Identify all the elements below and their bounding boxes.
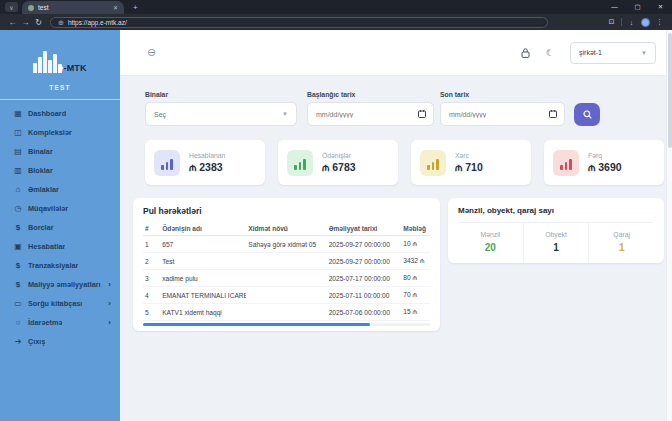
sidebar-divider <box>0 99 120 100</box>
sidebar-item-label: Əmlaklar <box>28 185 59 194</box>
sidebar-item-label: Borclar <box>28 223 54 232</box>
profile-avatar[interactable] <box>641 18 650 27</box>
window-close-button[interactable]: ✕ <box>649 0 672 14</box>
table-cell: 2025-07-11 00:00:00 <box>327 287 402 304</box>
browser-toolbar: ← → ↻ ⊕ https://app.e-mtk.az/ ⊡ ↓ ⋮ <box>0 14 672 30</box>
tab-favicon <box>28 5 34 11</box>
sidebar-item-bloklar[interactable]: ▥Bloklar <box>0 161 120 180</box>
sidebar-item-label: Dashboard <box>28 109 66 118</box>
start-date-input[interactable] <box>316 103 425 125</box>
table-cell: EMANAT TERMINALI ICARE <box>160 287 246 304</box>
calendar-icon[interactable] <box>549 110 557 119</box>
reference-book-icon: ▭ <box>12 299 24 308</box>
reload-button[interactable]: ↻ <box>32 18 45 27</box>
table-cell: 15 ₼ <box>401 304 430 321</box>
tab-search-button[interactable]: ∨ <box>5 2 18 12</box>
end-date-input[interactable] <box>449 103 556 125</box>
stat-card-ferq: Fərq₼ 3690 <box>544 140 664 185</box>
sidebar-item-dashboard[interactable]: ▦Dashboard <box>0 104 120 123</box>
table-cell: 2025-07-17 00:00:00 <box>327 270 402 287</box>
stat-card-xerc: Xərc₼ 710 <box>411 140 531 185</box>
transaction-dollar-icon: $ <box>12 261 24 270</box>
table-row: 5KATV1 xidemt haqqi2025-07-06 00:00:0015… <box>143 304 430 321</box>
site-info-icon[interactable]: ⊕ <box>58 19 64 26</box>
table-cell: 2025-09-27 00:00:00 <box>327 236 402 253</box>
search-button[interactable] <box>574 103 600 126</box>
sidebar-item-borclar[interactable]: $Borclar <box>0 218 120 237</box>
bar-chart-icon <box>154 150 180 176</box>
summary-value: 1 <box>524 242 589 253</box>
table-horizontal-scrollbar <box>143 323 430 326</box>
sidebar-collapse-icon[interactable]: ⊖ <box>147 46 156 59</box>
table-cell: 70 ₼ <box>401 287 430 304</box>
topbar-actions: ☾ şirkət-1 ▼ <box>521 42 656 64</box>
summary-item-obyekt: Obyekt1 <box>524 223 590 263</box>
browser-window: ∨ test ✕ + — ▢ ✕ ← → ↻ ⊕ https://app.e-m… <box>0 0 672 421</box>
scrollbar-thumb[interactable] <box>143 323 370 326</box>
chevron-down-icon: ▼ <box>641 50 647 56</box>
dashboard-grid-icon: ▦ <box>12 109 24 118</box>
stat-value: ₼ 3690 <box>588 161 622 174</box>
table-row: 4EMANAT TERMINALI ICARE2025-07-11 00:00:… <box>143 287 430 304</box>
window-maximize-button[interactable]: ▢ <box>626 0 649 14</box>
table-cell: 80 ₼ <box>401 270 430 287</box>
sidebar: e-MTK TEST ▦Dashboard◫Komplekslər▤Binala… <box>0 30 120 421</box>
sidebar-item-label: İdarəetmə <box>28 318 62 327</box>
sidebar-item-label: Hesabatlar <box>28 242 65 251</box>
logout-icon: ➔ <box>12 337 24 346</box>
sidebar-item-idareetme[interactable]: ○İdarəetmə› <box>0 313 120 332</box>
sidebar-item-binalar[interactable]: ▤Binalar <box>0 142 120 161</box>
stat-label: Ödənişlər <box>322 152 356 159</box>
sidebar-item-cixis[interactable]: ➔Çıxış <box>0 332 120 351</box>
sidebar-item-maliyye-emeliyyatlari[interactable]: $Maliyyə əməliyyatları› <box>0 275 120 294</box>
browser-menu-icon[interactable]: ⋮ <box>653 18 666 26</box>
sidebar-item-tranzaksiyalar[interactable]: $Tranzaksiyalar <box>0 256 120 275</box>
company-select[interactable]: şirkət-1 ▼ <box>570 42 656 64</box>
sidebar-item-sorgu-kitabcasi[interactable]: ▭Sorğu kitabçası› <box>0 294 120 313</box>
sidebar-item-muqavileler[interactable]: ◷Müqavilələr <box>0 199 120 218</box>
new-tab-button[interactable]: + <box>133 3 138 12</box>
calendar-icon[interactable] <box>418 110 426 119</box>
table-body: 1657Sahəyə görə xidmət 052025-09-27 00:0… <box>143 236 430 321</box>
table-cell: 2 <box>143 253 160 270</box>
complex-building-icon: ◫ <box>12 128 24 137</box>
sidebar-item-komplekslar[interactable]: ◫Komplekslər <box>0 123 120 142</box>
column-header: Ödənişin adı <box>160 222 246 236</box>
table-cell: xadime pulu <box>160 270 246 287</box>
sidebar-item-hesabatlar[interactable]: ▣Hesabatlar <box>0 237 120 256</box>
forward-button[interactable]: → <box>19 18 32 27</box>
main-content: Binalar Seç ▼ Başlanğıc tarix Son tarix <box>120 77 666 421</box>
org-label: TEST <box>0 84 120 91</box>
table-cell: 10 ₼ <box>401 236 430 253</box>
end-date-filter: Son tarix <box>440 91 565 126</box>
stat-card-odenisler: Ödənişlər₼ 6783 <box>278 140 398 185</box>
summary-label: Obyekt <box>524 231 589 238</box>
downloads-icon[interactable]: ↓ <box>625 19 638 26</box>
building-icon: ▤ <box>12 147 24 156</box>
contract-icon: ◷ <box>12 204 24 213</box>
stat-card-hesablanan: Hesablanan₼ 2383 <box>145 140 265 185</box>
sidebar-item-label: Sorğu kitabçası <box>28 299 82 308</box>
back-button[interactable]: ← <box>6 18 19 27</box>
column-header: # <box>143 222 160 236</box>
summary-card: Mənzil, obyekt, qaraj sayı Mənzil20Obyek… <box>448 198 664 263</box>
dark-mode-icon[interactable]: ☾ <box>546 48 554 58</box>
scrollbar-thumb[interactable] <box>668 33 672 148</box>
chevron-right-icon: › <box>108 299 111 308</box>
start-date-label: Başlanğıc tarix <box>307 91 434 98</box>
sidebar-item-emlaklar[interactable]: ⌂Əmlaklar <box>0 180 120 199</box>
side-panel-icon[interactable]: ⊡ <box>605 18 618 26</box>
lock-icon[interactable] <box>521 48 530 58</box>
table-cell: Sahəyə görə xidmət 05 <box>246 236 326 253</box>
window-controls: — ▢ ✕ <box>603 0 672 14</box>
table-cell: 4 <box>143 287 160 304</box>
tab-close-icon[interactable]: ✕ <box>113 4 118 11</box>
building-select[interactable]: Seç ▼ <box>145 102 297 126</box>
stat-value: ₼ 2383 <box>189 161 225 174</box>
start-date-filter: Başlanğıc tarix <box>307 91 434 126</box>
window-minimize-button[interactable]: — <box>603 0 626 14</box>
address-bar[interactable]: ⊕ https://app.e-mtk.az/ <box>50 17 548 28</box>
toolbar-divider <box>621 18 622 26</box>
browser-tab[interactable]: test ✕ <box>22 1 124 14</box>
table-cell: 3 <box>143 270 160 287</box>
